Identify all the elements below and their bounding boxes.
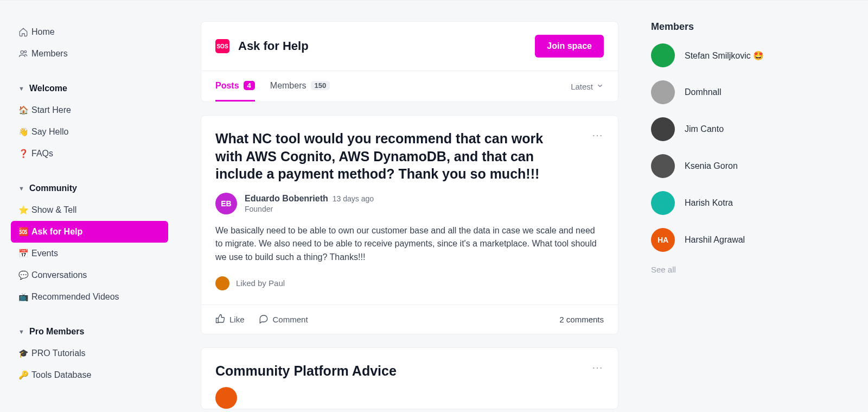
nav-start-here[interactable]: 🏠 Start Here (11, 99, 168, 121)
svg-point-0 (21, 50, 23, 53)
nav-label: PRO Tutorials (31, 348, 86, 358)
liked-by-text[interactable]: Liked by Paul (236, 278, 285, 288)
comment-button[interactable]: Comment (259, 314, 308, 325)
nav-label: Tools Database (31, 370, 91, 380)
member-name: Jim Canto (685, 124, 724, 134)
tab-members-label: Members (270, 81, 307, 91)
question-icon: ❓ (18, 149, 31, 159)
graduation-icon: 🎓 (18, 348, 31, 358)
sidebar: Home Members ▼ Welcome 🏠 Start Here 👋 Sa… (0, 5, 174, 412)
nav-tools-database[interactable]: 🔑 Tools Database (11, 364, 168, 386)
section-pro-label: Pro Members (29, 327, 84, 337)
tab-members-count: 150 (311, 81, 330, 90)
nav-label: Conversations (31, 270, 87, 280)
post-time: 13 days ago (333, 194, 374, 203)
post-overflow-button[interactable]: ⋯ (592, 130, 604, 141)
nav-ask-for-help[interactable]: 🆘 Ask for Help (11, 221, 168, 243)
section-welcome-label: Welcome (29, 84, 67, 93)
see-all-members[interactable]: See all (651, 265, 808, 274)
member-name: Harish Kotra (685, 198, 733, 208)
nav-label: FAQs (31, 149, 53, 159)
post-card: Community Platform Advice ⋯ (201, 347, 618, 410)
sort-dropdown[interactable]: Latest (571, 82, 604, 91)
member-row[interactable]: Domhnall (651, 80, 808, 104)
member-row[interactable]: Harish Kotra (651, 191, 808, 215)
section-welcome[interactable]: ▼ Welcome (11, 78, 168, 99)
space-title: Ask for Help (238, 39, 309, 53)
member-row[interactable]: HAHarshil Agrawal (651, 228, 808, 252)
author-avatar[interactable]: EB (215, 193, 237, 214)
nav-label: Say Hello (31, 127, 68, 137)
member-avatar[interactable]: HA (651, 228, 675, 252)
tab-posts-label: Posts (215, 81, 239, 91)
house-icon: 🏠 (18, 105, 31, 115)
member-avatar[interactable] (651, 191, 675, 215)
main-content: SOS Ask for Help Join space Posts 4 Memb… (174, 5, 635, 412)
tab-members[interactable]: Members 150 (270, 71, 330, 102)
nav-home-label: Home (31, 27, 55, 37)
post-title[interactable]: Community Platform Advice (215, 362, 397, 380)
nav-recommended-videos[interactable]: 📺 Recommended Videos (11, 286, 168, 308)
nav-pro-tutorials[interactable]: 🎓 PRO Tutorials (11, 343, 168, 364)
member-name: Harshil Agrawal (685, 235, 745, 245)
comment-label: Comment (273, 315, 308, 324)
comment-count[interactable]: 2 comments (559, 315, 604, 324)
caret-down-icon: ▼ (18, 328, 29, 335)
thumbs-up-icon (215, 314, 225, 325)
post-overflow-button[interactable]: ⋯ (592, 362, 604, 373)
nav-label: Recommended Videos (31, 292, 119, 302)
nav-members-label: Members (31, 49, 68, 59)
calendar-icon: 📅 (18, 249, 31, 258)
member-row[interactable]: Jim Canto (651, 117, 808, 141)
nav-home[interactable]: Home (11, 21, 168, 43)
nav-show-tell[interactable]: ⭐ Show & Tell (11, 199, 168, 221)
member-avatar[interactable] (651, 117, 675, 141)
nav-say-hello[interactable]: 👋 Say Hello (11, 121, 168, 143)
author-role: Founder (245, 205, 374, 213)
member-row[interactable]: Ksenia Goron (651, 154, 808, 178)
sos-icon: 🆘 (18, 227, 31, 237)
home-icon (18, 27, 31, 37)
nav-events[interactable]: 📅 Events (11, 243, 168, 264)
member-name: Ksenia Goron (685, 161, 738, 171)
member-avatar[interactable] (651, 154, 675, 178)
liked-by-avatar[interactable] (215, 276, 229, 290)
member-row[interactable]: Stefan Smiljkovic 🤩 (651, 43, 808, 67)
post-card: What NC tool would you recommend that ca… (201, 115, 618, 334)
post-title[interactable]: What NC tool would you recommend that ca… (215, 130, 568, 183)
members-icon (18, 49, 31, 59)
key-icon: 🔑 (18, 370, 31, 380)
nav-conversations[interactable]: 💬 Conversations (11, 264, 168, 286)
space-icon: SOS (215, 39, 229, 53)
nav-label: Start Here (31, 105, 71, 115)
join-space-button[interactable]: Join space (535, 35, 604, 58)
chevron-down-icon (596, 82, 604, 91)
comment-icon (259, 314, 269, 325)
like-button[interactable]: Like (215, 314, 245, 325)
section-pro[interactable]: ▼ Pro Members (11, 321, 168, 343)
nav-label: Events (31, 249, 58, 258)
chat-icon: 💬 (18, 270, 31, 280)
author-avatar[interactable] (215, 387, 237, 409)
member-name: Domhnall (685, 87, 722, 97)
nav-members[interactable]: Members (11, 43, 168, 65)
members-panel: Members Stefan Smiljkovic 🤩DomhnallJim C… (635, 5, 819, 412)
caret-down-icon: ▼ (18, 85, 29, 92)
member-avatar[interactable] (651, 43, 675, 67)
nav-faqs[interactable]: ❓ FAQs (11, 143, 168, 164)
section-community-label: Community (29, 183, 77, 193)
space-header-card: SOS Ask for Help Join space Posts 4 Memb… (201, 21, 618, 102)
author-name[interactable]: Eduardo Bobenrieth (245, 194, 328, 204)
member-avatar[interactable] (651, 80, 675, 104)
tab-posts-count: 4 (244, 81, 255, 90)
like-label: Like (229, 315, 245, 324)
section-community[interactable]: ▼ Community (11, 178, 168, 199)
star-icon: ⭐ (18, 205, 31, 215)
post-body: We basically need to be able to own our … (215, 224, 604, 264)
tab-posts[interactable]: Posts 4 (215, 71, 255, 102)
svg-point-1 (24, 50, 27, 53)
sort-label: Latest (571, 82, 593, 91)
member-name: Stefan Smiljkovic 🤩 (685, 50, 764, 61)
caret-down-icon: ▼ (18, 185, 29, 192)
tv-icon: 📺 (18, 292, 31, 302)
